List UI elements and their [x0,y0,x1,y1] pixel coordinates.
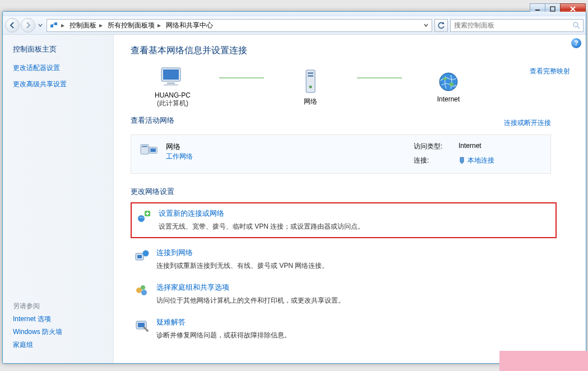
chevron-right-icon: ▸ [98,21,104,29]
address-bar[interactable]: ▸ 控制面板 ▸ 所有控制面板项 ▸ 网络和共享中心 [47,19,432,32]
svg-rect-23 [461,162,463,164]
sidebar: 控制面板主页 更改适配器设置 更改高级共享设置 另请参阅 Internet 选项… [3,35,114,363]
svg-point-32 [141,290,147,295]
overlay-watermark [499,351,588,371]
task-desc: 连接到或重新连接到无线、有线、拨号或 VPN 网络连接。 [156,261,328,271]
svg-rect-11 [167,82,175,84]
task-connect-to-network[interactable]: 连接到网络 连接到或重新连接到无线、有线、拨号或 VPN 网络连接。 [131,246,557,273]
history-dropdown[interactable] [36,19,44,31]
map-link-line [357,77,402,78]
map-node-internet: Internet [406,71,490,103]
task-title: 设置新的连接或网络 [159,209,364,219]
active-networks-heading: 查看活动网络 [131,116,174,126]
address-dropdown[interactable] [422,23,430,27]
breadcrumb-item[interactable]: 所有控制面板项 [104,20,156,31]
navbar: ▸ 控制面板 ▸ 所有控制面板项 ▸ 网络和共享中心 [3,16,586,35]
svg-rect-4 [50,25,53,27]
map-node-label: Internet [437,95,460,103]
svg-rect-21 [150,149,155,152]
search-icon [572,21,581,30]
page-title: 查看基本网络信息并设置连接 [131,45,580,57]
search-box [450,19,584,32]
svg-point-30 [143,251,149,257]
task-setup-new-connection[interactable]: 设置新的连接或网络 设置无线、宽带、拨号、临时或 VPN 连接；或设置路由器或访… [131,202,557,238]
map-link-line [219,77,264,78]
svg-rect-15 [308,75,313,77]
svg-point-7 [573,22,578,27]
ethernet-icon [459,157,465,165]
network-map: HUANG-PC (此计算机) 网络 [131,66,580,108]
map-node-network: 网络 [268,68,353,106]
connect-network-icon [134,248,150,264]
setup-connection-icon [136,209,152,225]
chevron-right-icon: ▸ [59,21,66,29]
homegroup-icon [134,283,150,299]
active-network-panel: 网络 工作网络 访问类型: Internet 连接: 本地连接 [131,135,551,174]
svg-rect-10 [163,69,179,80]
computer-icon [159,66,186,89]
connect-disconnect-link[interactable]: 连接或断开连接 [504,118,551,128]
control-panel-home-link[interactable]: 控制面板主页 [13,45,104,54]
breadcrumb-item[interactable]: 控制面板 [66,20,98,31]
task-list: 设置新的连接或网络 设置无线、宽带、拨号、临时或 VPN 连接；或设置路由器或访… [131,202,557,342]
task-troubleshoot[interactable]: 疑难解答 诊断并修复网络问题，或获得故障排除信息。 [131,316,557,342]
svg-point-16 [309,85,312,88]
refresh-button[interactable] [434,19,448,32]
svg-point-36 [146,330,149,332]
chevron-right-icon: ▸ [156,21,163,29]
sidebar-link-adapter-settings[interactable]: 更改适配器设置 [13,63,104,73]
map-node-label: HUANG-PC [155,91,191,99]
network-category-link[interactable]: 工作网络 [166,152,193,160]
titlebar [3,12,586,16]
connection-label: 连接: [414,156,447,165]
svg-line-8 [577,26,580,29]
content-pane: ? 查看基本网络信息并设置连接 HUANG-PC (此计算机) [114,35,586,363]
svg-point-33 [141,285,145,290]
see-also-heading: 另请参阅 [13,302,104,311]
svg-rect-14 [308,72,313,74]
access-type-value: Internet [459,142,481,151]
view-full-map-link[interactable]: 查看完整映射 [530,67,570,76]
svg-rect-1 [550,7,555,11]
sidebar-link-advanced-sharing[interactable]: 更改高级共享设置 [13,80,104,89]
troubleshoot-icon [134,318,150,333]
task-title: 连接到网络 [156,248,328,258]
task-desc: 设置无线、宽带、拨号、临时或 VPN 连接；或设置路由器或访问点。 [159,222,364,231]
map-node-this-pc: HUANG-PC (此计算机) [131,66,215,108]
see-also-internet-options[interactable]: Internet 选项 [13,314,104,324]
svg-rect-12 [164,84,178,86]
svg-point-24 [138,215,145,222]
task-homegroup-sharing[interactable]: 选择家庭组和共享选项 访问位于其他网络计算机上的文件和打印机，或更改共享设置。 [131,281,557,308]
search-input[interactable] [453,21,572,30]
forward-button[interactable] [21,18,35,33]
server-icon [300,68,321,95]
svg-rect-22 [460,157,464,162]
map-node-label: 网络 [304,97,317,106]
svg-point-17 [439,73,457,91]
back-button[interactable] [5,18,20,33]
task-title: 疑难解答 [156,318,291,327]
map-node-sublabel: (此计算机) [157,99,188,108]
see-also-windows-firewall[interactable]: Windows 防火墙 [13,327,104,337]
task-title: 选择家庭组和共享选项 [156,283,345,293]
network-category-icon [139,142,159,159]
window: ▸ 控制面板 ▸ 所有控制面板项 ▸ 网络和共享中心 控制面板主页 更改适配器设… [2,11,586,364]
see-also-homegroup[interactable]: 家庭组 [13,340,104,350]
location-icon [49,21,58,30]
connection-link[interactable]: 本地连接 [467,156,494,165]
svg-rect-19 [142,146,147,147]
active-network-name: 网络 [166,142,193,152]
access-type-label: 访问类型: [414,142,447,151]
help-button[interactable]: ? [571,38,581,48]
task-desc: 诊断并修复网络问题，或获得故障排除信息。 [156,331,291,340]
breadcrumb-item[interactable]: 网络和共享中心 [163,20,214,31]
change-network-settings-heading: 更改网络设置 [131,187,580,197]
task-desc: 访问位于其他网络计算机上的文件和打印机，或更改共享设置。 [156,296,345,305]
globe-icon [437,71,460,93]
svg-rect-29 [137,255,142,258]
